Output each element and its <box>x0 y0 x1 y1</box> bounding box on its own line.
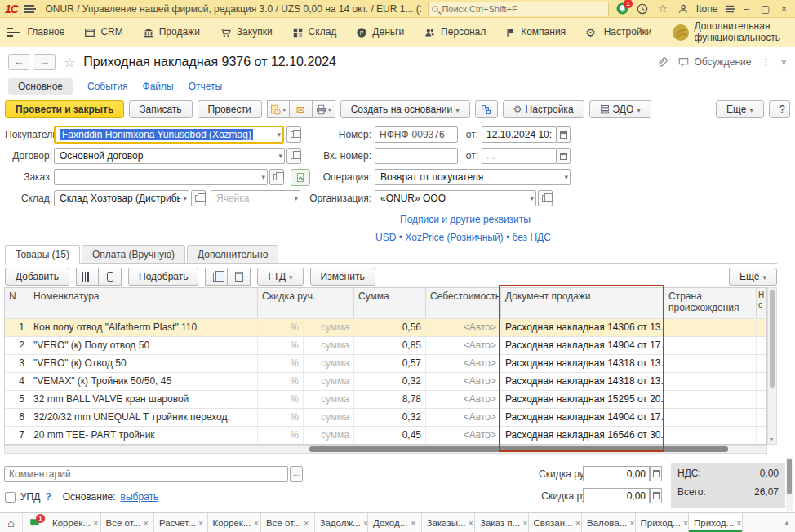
menu-item-main[interactable]: Главное <box>20 24 73 41</box>
edo-button[interactable]: ЭДО▾ <box>589 100 651 118</box>
close-tab-icon[interactable]: × <box>575 518 580 528</box>
in-number-input[interactable] <box>375 148 458 164</box>
structure-button[interactable] <box>475 100 498 118</box>
window-tab[interactable]: Валова...× <box>582 513 636 532</box>
history-icon[interactable] <box>636 2 650 16</box>
menu-item-warehouse[interactable]: Склад <box>284 24 345 41</box>
back-button[interactable]: ← <box>8 54 29 70</box>
close-tab-icon[interactable]: × <box>93 518 98 528</box>
tab-goods[interactable]: Товары (15) <box>5 245 80 264</box>
table-row[interactable]: 2 "VERO" (к) Полу отвод 50 % сумма 0,85 … <box>5 336 766 354</box>
tab-events[interactable]: События <box>87 81 128 92</box>
tab-files[interactable]: Файлы <box>143 81 174 92</box>
table-more-button[interactable]: Ещё▾ <box>729 268 777 286</box>
sale-document-cell[interactable]: Расходная накладная 14306 от 13.09.2024 <box>501 319 664 336</box>
create-based-on-button[interactable]: Создать на основании▾ <box>340 100 470 118</box>
comment-expand-button[interactable]: ... <box>290 466 303 482</box>
post-and-close-button[interactable]: Провести и закрыть <box>5 100 124 118</box>
maximize-button[interactable]: ▢ <box>759 3 771 15</box>
close-tab-icon[interactable]: × <box>304 518 309 528</box>
scrollbar-thumb[interactable] <box>309 446 728 452</box>
window-tab[interactable]: Расчет...× <box>154 513 208 532</box>
table-row[interactable]: 7 20 mm TEE- PART тройник % сумма 0,45 <… <box>5 426 766 444</box>
window-tab[interactable]: Коррек...× <box>208 513 262 532</box>
table-header-row[interactable]: N Номенклатура Скидка руч. Сумма Себесто… <box>5 288 766 318</box>
date-calendar-button[interactable] <box>557 126 571 143</box>
contract-open-button[interactable] <box>286 148 301 164</box>
tab-additional[interactable]: Дополнительно <box>187 245 278 264</box>
col-nomenclature[interactable]: Номенклатура <box>29 288 258 318</box>
menu-item-crm[interactable]: CRM <box>76 24 131 41</box>
print-button[interactable]: ▾ <box>313 100 335 118</box>
sale-document-cell[interactable]: Расходная накладная 14904 от 17.09.2024 <box>501 337 664 354</box>
more-kebab-icon[interactable]: ⋮ <box>761 56 771 68</box>
item-name[interactable]: "VEMAX" (к) Тройник 50/50, 45 <box>29 373 258 390</box>
upd-help-icon[interactable]: ? <box>45 491 51 503</box>
edit-row-button[interactable]: Изменить <box>310 268 375 286</box>
col-amount[interactable]: Сумма <box>354 288 426 318</box>
window-tab[interactable]: Связан...× <box>529 513 583 532</box>
user-icon[interactable] <box>676 2 690 16</box>
operation-combo[interactable]: Возврат от покупателя ▾ <box>375 169 571 185</box>
discount-sum-input[interactable] <box>583 488 650 503</box>
data-terminal-button[interactable] <box>99 268 122 286</box>
favorites-star-icon[interactable]: ☆ <box>656 2 670 16</box>
upd-checkbox[interactable] <box>5 492 16 503</box>
item-name[interactable]: Кон полу отвод "Alfatherm Plast" 110 <box>29 319 258 336</box>
service-menu-icon[interactable] <box>725 5 733 12</box>
col-cost[interactable]: Себестоимость <box>426 288 501 318</box>
more-button[interactable]: Еще▾ <box>716 100 764 118</box>
discount-sum-picker-button[interactable] <box>650 488 662 503</box>
close-tab-icon[interactable]: × <box>522 518 527 528</box>
table-vertical-scrollbar[interactable]: ▾ <box>767 287 777 445</box>
date-input[interactable] <box>482 126 557 143</box>
menu-item-extra-functionality[interactable]: Дополнительная функциональность <box>664 19 788 47</box>
menu-item-money[interactable]: P Деньги <box>348 24 412 41</box>
table-row[interactable]: 5 32 mm BALL VALVE кран шаровой % сумма … <box>5 390 766 408</box>
messages-icon[interactable]: 1 <box>23 513 47 532</box>
table-horizontal-scrollbar[interactable] <box>4 445 767 454</box>
save-button[interactable]: Записать <box>129 100 192 118</box>
cell-combo[interactable]: Ячейка ▾ <box>211 190 300 206</box>
window-tab[interactable]: Заказы...× <box>422 513 476 532</box>
org-open-button[interactable] <box>538 190 553 206</box>
paste-rows-button[interactable] <box>228 268 251 286</box>
scrollbar-thumb[interactable] <box>770 290 775 388</box>
org-combo[interactable]: «ONUR» ООО ▾ <box>375 190 536 206</box>
sale-document-cell[interactable]: Расходная накладная 16546 от 30.09.2024 <box>501 427 664 444</box>
menu-item-purchases[interactable]: Закупки <box>211 24 281 41</box>
close-tab-icon[interactable]: × <box>198 518 203 528</box>
col-sale-document[interactable]: Документ продажи <box>501 288 664 318</box>
close-tab-icon[interactable]: × <box>144 518 149 528</box>
in-date-input[interactable] <box>482 148 557 164</box>
in-date-calendar-button[interactable] <box>557 148 571 164</box>
item-name[interactable]: 20 mm TEE- PART тройник <box>29 427 258 444</box>
tab-reports[interactable]: Отчеты <box>189 81 222 92</box>
close-tab-icon[interactable]: × <box>469 518 473 528</box>
sale-document-cell[interactable]: Расходная накладная 14318 от 13.09.2024 <box>501 355 664 372</box>
window-tab[interactable]: Все от...× <box>101 513 155 532</box>
buyer-open-button[interactable] <box>286 126 301 143</box>
window-tab[interactable]: Все от...× <box>261 513 315 532</box>
forward-button[interactable]: → <box>34 54 56 70</box>
discount-pct-input[interactable] <box>583 466 650 481</box>
search-input[interactable] <box>442 4 605 14</box>
item-name[interactable]: 32/20/32 mm UNEQUAL T тройник переход. <box>29 409 258 426</box>
window-tab[interactable]: Коррек...× <box>47 513 101 532</box>
help-button[interactable]: ? <box>769 100 790 118</box>
window-tab[interactable]: Доход...× <box>368 513 422 532</box>
window-tab-active[interactable]: Приход...× <box>689 513 743 532</box>
close-form-icon[interactable]: × <box>780 56 787 69</box>
tab-payment[interactable]: Оплата (Вручную) <box>82 245 185 264</box>
discount-pct-picker-button[interactable] <box>650 466 662 481</box>
sections-panel-icon[interactable] <box>7 28 13 37</box>
contract-combo[interactable]: Основной договор ▾ <box>54 148 285 164</box>
close-tab-icon[interactable]: × <box>629 518 634 528</box>
signatures-link[interactable]: Подписи и другие реквизиты <box>400 214 531 225</box>
window-tab[interactable]: Задолж...× <box>315 513 369 532</box>
minimize-button[interactable]: – <box>740 3 753 15</box>
barcode-scan-button[interactable] <box>76 268 99 286</box>
order-combo[interactable]: ▾ <box>54 169 268 185</box>
item-name[interactable]: 32 mm BALL VALVE кран шаровой <box>29 391 258 408</box>
user-name[interactable]: Itone <box>696 3 718 15</box>
